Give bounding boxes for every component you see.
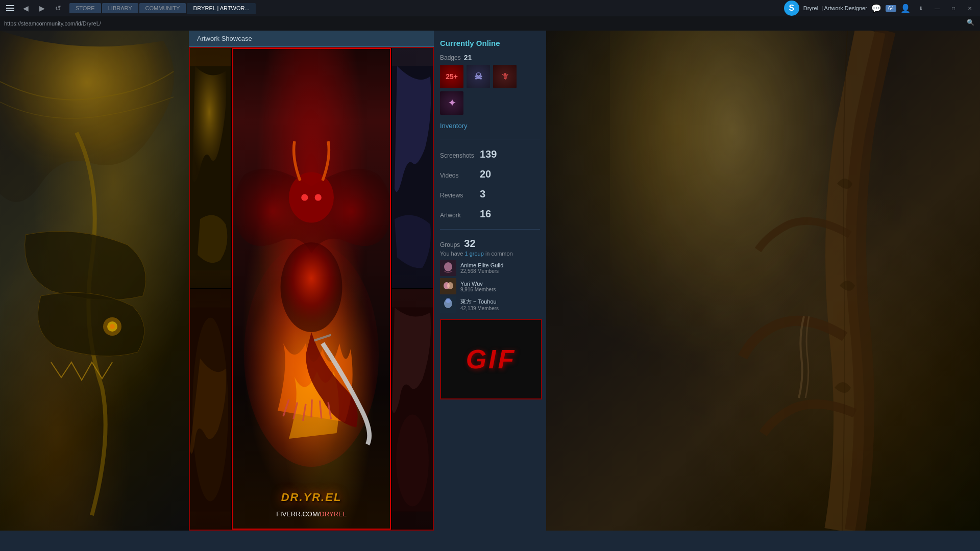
- group-item-1[interactable]: Yuri Wuv 9,916 Members: [440, 278, 540, 294]
- gif-label: GIF: [466, 344, 517, 374]
- bg-left: [0, 31, 189, 531]
- groups-header: Groups 32: [440, 238, 540, 249]
- svg-point-15: [444, 262, 452, 271]
- inventory-link[interactable]: Inventory: [440, 122, 467, 130]
- reviews-row: Reviews 3: [440, 187, 540, 201]
- titlebar-right: S Dryrel. | Artwork Designer 💬 64 👤 ⬇ — …: [784, 1, 976, 16]
- group-avatar-anime: [440, 260, 456, 276]
- gif-box[interactable]: GIF: [440, 319, 542, 399]
- badges-section: Badges 21 25+ ☠ 🗡 ✦: [440, 54, 540, 115]
- group-members-0: 22,568 Members: [460, 268, 503, 274]
- badges-row: 25+ ☠ 🗡 ✦: [440, 65, 540, 115]
- badge-level[interactable]: 25+: [440, 65, 463, 88]
- reviews-label: Reviews: [440, 192, 476, 199]
- group-name-0: Anime Elite Guild: [460, 262, 503, 268]
- group-members-2: 42,139 Members: [460, 306, 499, 311]
- screenshots-row: Screenshots 139: [440, 147, 540, 161]
- group-name-2: 東方 ~ Touhou: [460, 298, 499, 306]
- groups-section: Groups 32 You have 1 group in common: [440, 238, 540, 313]
- download-button[interactable]: ⬇: [915, 2, 927, 14]
- svg-point-21: [446, 298, 451, 303]
- group-members-1: 9,916 Members: [460, 287, 496, 292]
- reviews-count: 3: [480, 188, 485, 200]
- artwork-cell-main[interactable]: DR.YR.EL FIVERR.COM/DRYREL: [232, 48, 391, 530]
- group-avatar-yuri: [440, 278, 456, 294]
- badge-cross[interactable]: ✦: [440, 91, 463, 115]
- artwork-label: Artwork: [440, 212, 476, 219]
- forward-button[interactable]: ▶: [35, 1, 49, 15]
- maximize-button[interactable]: □: [947, 2, 960, 14]
- addressbar: https://steamcommunity.com/id/DryreL/ 🔍: [0, 16, 980, 31]
- search-icon[interactable]: 🔍: [967, 19, 976, 28]
- svg-point-6: [289, 172, 334, 223]
- group-item-2[interactable]: 東方 ~ Touhou 42,139 Members: [440, 296, 540, 313]
- svg-point-2: [110, 324, 115, 329]
- svg-point-18: [447, 282, 453, 289]
- badges-count: 21: [464, 54, 472, 62]
- tab-community[interactable]: COMMUNITY: [139, 3, 186, 13]
- address-url[interactable]: https://steamcommunity.com/id/DryreL/: [4, 20, 101, 27]
- artwork-cell-left-bottom[interactable]: [190, 289, 231, 530]
- screenshots-label: Screenshots: [440, 152, 476, 159]
- artwork-row: Artwork 16: [440, 207, 540, 221]
- friends-icon[interactable]: 👤: [900, 4, 911, 13]
- videos-label: Videos: [440, 172, 476, 179]
- group-item-0[interactable]: Anime Elite Guild 22,568 Members: [440, 260, 540, 276]
- back-button[interactable]: ◀: [18, 1, 33, 15]
- menu-icon[interactable]: [4, 2, 16, 14]
- artwork-cell-right-bottom[interactable]: [392, 289, 433, 530]
- artwork-title: DR.YR.EL: [281, 491, 342, 504]
- videos-count: 20: [480, 168, 491, 180]
- inventory-row: Inventory: [440, 121, 540, 131]
- badges-label: Badges 21: [440, 54, 540, 62]
- artwork-count: 16: [480, 208, 491, 220]
- dragon-detail-left: [0, 31, 189, 531]
- divider-2: [440, 229, 540, 230]
- badge-knife[interactable]: 🗡: [493, 65, 517, 88]
- groups-common-link[interactable]: 1 group: [465, 251, 484, 257]
- artwork-showcase-header: Artwork Showcase: [189, 31, 434, 47]
- notification-icon[interactable]: 💬: [871, 4, 881, 13]
- group-avatar-touhou: [440, 296, 456, 313]
- online-status: Currently Online: [440, 39, 540, 47]
- group-list: Anime Elite Guild 22,568 Members Yuri Wu…: [440, 260, 540, 313]
- titlebar: ◀ ▶ ↺ STORE LIBRARY COMMUNITY DRYREL | A…: [0, 0, 980, 16]
- artwork-main-visual: DR.YR.EL FIVERR.COM/DRYREL: [233, 49, 390, 529]
- badge-skull[interactable]: ☠: [467, 65, 490, 88]
- tab-library[interactable]: LIBRARY: [102, 3, 138, 13]
- tab-active[interactable]: DRYREL | ARTWOR...: [187, 3, 255, 14]
- artwork-cell-right-top[interactable]: [392, 48, 433, 288]
- svg-point-7: [301, 194, 308, 201]
- tab-bar: STORE LIBRARY COMMUNITY DRYREL | ARTWOR.…: [69, 3, 782, 14]
- groups-label: Groups: [440, 241, 460, 248]
- group-info-2: 東方 ~ Touhou 42,139 Members: [460, 298, 499, 311]
- divider-1: [440, 139, 540, 139]
- group-info-1: Yuri Wuv 9,916 Members: [460, 281, 496, 292]
- videos-row: Videos 20: [440, 167, 540, 181]
- main-content: Artwork Showcase: [0, 31, 980, 531]
- artwork-grid: DR.YR.EL FIVERR.COM/DRYREL: [189, 47, 434, 531]
- groups-common: You have 1 group in common: [440, 251, 540, 257]
- screenshots-count: 139: [480, 148, 497, 160]
- close-button[interactable]: ✕: [964, 2, 976, 14]
- artwork-cell-left-top[interactable]: [190, 48, 231, 288]
- refresh-button[interactable]: ↺: [51, 1, 65, 15]
- svg-point-8: [315, 194, 322, 201]
- groups-count: 32: [464, 238, 475, 249]
- minimize-button[interactable]: —: [931, 2, 943, 14]
- steam-logo: S: [784, 1, 799, 16]
- fiverr-link: FIVERR.COM/DRYREL: [276, 510, 347, 518]
- group-name-1: Yuri Wuv: [460, 281, 496, 287]
- showcase-title: Artwork Showcase: [197, 35, 252, 42]
- tab-store[interactable]: STORE: [69, 3, 101, 13]
- svg-point-5: [281, 242, 342, 332]
- group-info-0: Anime Elite Guild 22,568 Members: [460, 262, 503, 274]
- profile-panel: Currently Online Badges 21 25+ ☠ 🗡 ✦ Inv…: [434, 31, 546, 531]
- artwork-panel: Artwork Showcase: [189, 31, 434, 531]
- bg-right: [546, 31, 980, 531]
- badge-count: 64: [886, 5, 896, 12]
- username-label: Dryrel. | Artwork Designer: [803, 5, 867, 11]
- svg-point-13: [396, 415, 429, 507]
